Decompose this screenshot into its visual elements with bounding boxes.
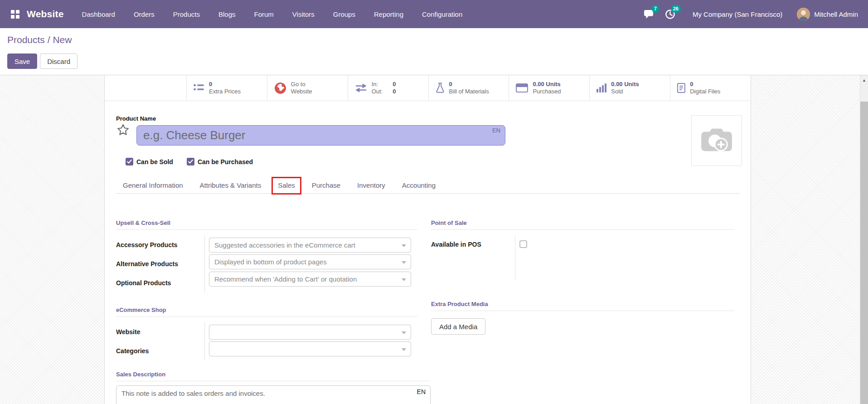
activities-clock-icon[interactable]: 26 bbox=[664, 8, 676, 20]
vertical-scrollbar[interactable]: ▲ bbox=[860, 75, 868, 404]
accessory-products-label: Accessory Products bbox=[116, 235, 204, 254]
tab-inventory[interactable]: Inventory bbox=[357, 181, 385, 189]
company-switcher[interactable]: My Company (San Francisco) bbox=[693, 10, 782, 18]
extra-prices-label: Extra Prices bbox=[209, 88, 241, 95]
pos-fields-group: Available in POS bbox=[431, 235, 735, 281]
sales-description-language-badge[interactable]: EN bbox=[417, 388, 426, 395]
breadcrumb-current: New bbox=[53, 34, 72, 45]
tab-attributes-variants[interactable]: Attributes & Variants bbox=[200, 181, 262, 189]
breadcrumb-products-link[interactable]: Products bbox=[7, 34, 45, 45]
form-tabs: General Information Attributes & Variant… bbox=[116, 177, 739, 194]
messages-icon[interactable]: 7 bbox=[643, 8, 655, 20]
alternative-products-input[interactable]: Displayed in bottom of product pages bbox=[209, 254, 411, 269]
extra-prices-button[interactable]: 0Extra Prices bbox=[186, 75, 267, 101]
go-to-website-button[interactable]: Go toWebsite bbox=[267, 75, 348, 101]
go-to-website-line1: Go to bbox=[291, 81, 305, 88]
digital-files-button[interactable]: 0Digital Files bbox=[670, 75, 751, 101]
nav-item-forum[interactable]: Forum bbox=[254, 10, 274, 18]
extra-prices-value: 0 bbox=[209, 81, 212, 88]
stock-moves-button[interactable]: In:0 Out:0 bbox=[348, 75, 428, 101]
pricelist-icon bbox=[194, 84, 204, 92]
sold-label: Sold bbox=[611, 88, 623, 95]
globe-icon bbox=[274, 82, 286, 94]
sales-description-section: Sales Description EN bbox=[116, 369, 431, 404]
nav-item-dashboard[interactable]: Dashboard bbox=[82, 10, 115, 18]
scrollbar-thumb[interactable] bbox=[860, 102, 868, 404]
can-be-purchased-label: Can be Purchased bbox=[198, 158, 253, 165]
sales-description-textarea[interactable] bbox=[116, 385, 431, 404]
save-button[interactable]: Save bbox=[7, 54, 37, 69]
favorite-star-icon[interactable] bbox=[116, 123, 130, 138]
accessory-products-placeholder: Suggested accessories in the eCommerce c… bbox=[214, 241, 355, 249]
units-purchased-button[interactable]: 0.00 UnitsPurchased bbox=[509, 75, 589, 101]
camera-plus-icon bbox=[699, 126, 734, 155]
tab-accounting[interactable]: Accounting bbox=[402, 181, 436, 189]
can-be-purchased-checkbox[interactable] bbox=[187, 158, 194, 165]
apps-grid-icon[interactable] bbox=[11, 10, 19, 19]
website-input[interactable] bbox=[209, 325, 411, 340]
control-panel: Products / New Save Discard bbox=[0, 28, 868, 75]
digital-files-label: Digital Files bbox=[690, 88, 720, 95]
nav-item-orders[interactable]: Orders bbox=[134, 10, 155, 18]
stock-in-value: 0 bbox=[393, 81, 396, 88]
transfer-arrows-icon bbox=[355, 83, 367, 92]
chevron-down-icon bbox=[402, 244, 406, 247]
add-a-media-button[interactable]: Add a Media bbox=[431, 318, 485, 335]
activities-badge: 26 bbox=[671, 5, 681, 13]
user-name: Mitchell Admin bbox=[814, 10, 858, 18]
available-in-pos-checkbox[interactable] bbox=[519, 240, 527, 248]
breadcrumb-separator: / bbox=[45, 34, 53, 45]
nav-item-blogs[interactable]: Blogs bbox=[218, 10, 236, 18]
bill-of-materials-button[interactable]: 0Bill of Materials bbox=[428, 75, 509, 101]
flask-icon bbox=[436, 83, 445, 93]
alternative-products-placeholder: Displayed in bottom of product pages bbox=[214, 258, 327, 266]
sale-purchase-checkboxes: Can be Sold Can be Purchased bbox=[126, 158, 263, 165]
nav-item-visitors[interactable]: Visitors bbox=[292, 10, 315, 18]
optional-products-label: Optional Products bbox=[116, 273, 204, 292]
optional-products-input[interactable]: Recommend when 'Adding to Cart' or quota… bbox=[209, 272, 411, 287]
top-nav: Website Dashboard Orders Products Blogs … bbox=[0, 0, 868, 28]
product-name-label: Product Name bbox=[116, 115, 156, 122]
chevron-down-icon bbox=[402, 278, 406, 281]
discard-button[interactable]: Discard bbox=[40, 54, 78, 69]
stat-row-spacer bbox=[105, 75, 186, 101]
tab-general-information[interactable]: General Information bbox=[123, 181, 183, 189]
optional-products-placeholder: Recommend when 'Adding to Cart' or quota… bbox=[214, 275, 357, 283]
stat-button-row: 0Extra Prices Go toWebsite In:0 Out:0 bbox=[105, 75, 751, 101]
scrollbar-up-arrow[interactable]: ▲ bbox=[860, 78, 868, 83]
tab-sales[interactable]: Sales bbox=[278, 181, 295, 189]
sales-tab-right-column: Point of Sale Available in POS Extra Pro… bbox=[431, 216, 735, 335]
product-name-input[interactable] bbox=[136, 125, 505, 146]
alternative-products-label: Alternative Products bbox=[116, 254, 204, 273]
can-be-sold-checkbox[interactable] bbox=[126, 158, 133, 165]
app-title[interactable]: Website bbox=[27, 9, 64, 19]
document-icon bbox=[677, 83, 685, 93]
spreadsheet-icon bbox=[516, 83, 528, 92]
ecommerce-fields: Website Categories bbox=[116, 322, 417, 360]
categories-input[interactable] bbox=[209, 341, 411, 356]
product-name-language-badge[interactable]: EN bbox=[492, 127, 500, 134]
upsell-fields: Accessory Products Alternative Products … bbox=[116, 235, 417, 292]
bom-value: 0 bbox=[449, 81, 452, 88]
nav-item-configuration[interactable]: Configuration bbox=[422, 10, 462, 18]
upsell-section-title: Upsell & Cross-Sell bbox=[116, 216, 417, 230]
ecommerce-section-title: eCommerce Shop bbox=[116, 303, 417, 317]
user-menu[interactable]: Mitchell Admin bbox=[797, 8, 858, 21]
tab-sales-label: Sales bbox=[278, 181, 295, 189]
sales-tab-left-column: Upsell & Cross-Sell Accessory Products A… bbox=[116, 216, 417, 360]
form-sheet: 0Extra Prices Go toWebsite In:0 Out:0 bbox=[104, 75, 751, 404]
stock-out-label: Out: bbox=[372, 88, 383, 95]
product-image-upload[interactable] bbox=[691, 115, 742, 166]
nav-item-products[interactable]: Products bbox=[173, 10, 200, 18]
nav-item-groups[interactable]: Groups bbox=[333, 10, 355, 18]
go-to-website-line2: Website bbox=[291, 88, 312, 95]
units-sold-button[interactable]: 0.00 UnitsSold bbox=[589, 75, 670, 101]
purchased-value: 0.00 Units bbox=[533, 81, 560, 88]
nav-item-reporting[interactable]: Reporting bbox=[374, 10, 403, 18]
bar-chart-icon bbox=[596, 83, 606, 92]
digital-files-value: 0 bbox=[690, 81, 693, 88]
avatar bbox=[797, 8, 810, 21]
tab-purchase[interactable]: Purchase bbox=[312, 181, 340, 189]
sales-description-title: Sales Description bbox=[116, 369, 431, 381]
accessory-products-input[interactable]: Suggested accessories in the eCommerce c… bbox=[209, 238, 411, 253]
